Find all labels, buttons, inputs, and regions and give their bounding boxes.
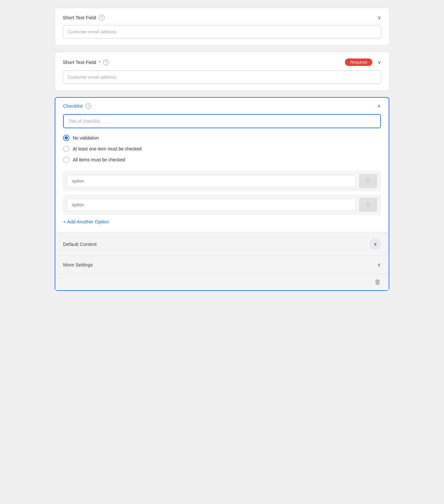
- more-settings-chevron-icon[interactable]: ∨: [377, 262, 381, 268]
- more-settings-label: More Settings: [63, 262, 93, 267]
- radio-circle-all-items: [63, 157, 69, 163]
- card-header-2[interactable]: Short Text Field * ? Required ∨: [63, 59, 381, 66]
- option-drag-1[interactable]: [359, 174, 377, 188]
- checklist-header[interactable]: Checklist ? ∧: [63, 103, 381, 109]
- required-badge: Required: [345, 59, 372, 66]
- validation-radio-group: No validation At least one item must be …: [63, 135, 381, 163]
- checklist-title-input[interactable]: [63, 114, 381, 128]
- more-settings-section[interactable]: More Settings ∨: [55, 256, 389, 274]
- svg-point-6: [367, 203, 368, 204]
- checklist-chevron-icon[interactable]: ∧: [377, 103, 381, 109]
- svg-point-5: [369, 182, 370, 183]
- chevron-icon-1[interactable]: ∨: [377, 14, 381, 21]
- radio-label-at-least-one: At least one item must be checked: [73, 146, 142, 151]
- radio-no-validation[interactable]: No validation: [63, 135, 381, 141]
- card-title-text-2: Short Text Field: [63, 59, 96, 65]
- checklist-title-text: Checklist: [63, 103, 83, 109]
- default-content-section[interactable]: Default Content ∨: [55, 232, 389, 256]
- default-content-label: Default Content: [63, 241, 97, 247]
- add-option-button[interactable]: + Add Another Option: [63, 218, 109, 226]
- chevron-icon-2[interactable]: ∨: [377, 59, 381, 65]
- svg-point-3: [369, 181, 370, 182]
- option-row-2: [63, 194, 381, 215]
- svg-point-9: [369, 204, 370, 205]
- svg-point-2: [367, 181, 368, 182]
- help-icon-2[interactable]: ?: [103, 59, 109, 65]
- default-content-chevron-icon: ∨: [374, 241, 377, 247]
- add-option-label: + Add Another Option: [63, 219, 109, 224]
- radio-circle-no-validation: [63, 135, 69, 141]
- radio-label-no-validation: No validation: [73, 135, 99, 140]
- option-input-1[interactable]: [67, 175, 356, 187]
- card-title-2: Short Text Field * ?: [63, 59, 109, 65]
- svg-point-11: [369, 206, 370, 207]
- svg-point-10: [367, 206, 368, 207]
- card-title-1: Short Text Field ?: [63, 15, 105, 21]
- required-star: *: [99, 60, 100, 65]
- trash-icon[interactable]: 🗑: [375, 278, 381, 286]
- bottom-actions: 🗑: [55, 274, 389, 290]
- help-icon-1[interactable]: ?: [99, 15, 105, 21]
- card-header-1[interactable]: Short Text Field ? ∨: [63, 14, 381, 21]
- options-section: [63, 171, 381, 215]
- card-title-text-1: Short Text Field: [63, 15, 96, 20]
- option-drag-2[interactable]: [359, 198, 377, 212]
- checklist-body: Checklist ? ∧ No validation At least on: [55, 98, 389, 232]
- radio-at-least-one[interactable]: At least one item must be checked: [63, 146, 381, 152]
- radio-circle-at-least-one: [63, 146, 69, 152]
- option-row-1: [63, 171, 381, 191]
- short-text-input-1[interactable]: [63, 25, 381, 39]
- svg-point-1: [369, 179, 370, 180]
- svg-point-0: [367, 179, 368, 180]
- page-container: Short Text Field ? ∨ Short Text Field * …: [55, 8, 389, 496]
- checklist-help-icon[interactable]: ?: [85, 103, 91, 109]
- svg-point-7: [369, 203, 370, 204]
- radio-inner-no-validation: [65, 136, 68, 140]
- radio-all-items[interactable]: All items must be checked: [63, 157, 381, 163]
- short-text-card-1: Short Text Field ? ∨: [55, 8, 389, 45]
- checklist-card: Checklist ? ∧ No validation At least on: [55, 97, 389, 291]
- short-text-card-2: Short Text Field * ? Required ∨: [55, 52, 389, 91]
- radio-label-all-items: All items must be checked: [73, 157, 125, 162]
- option-input-2[interactable]: [67, 199, 356, 211]
- svg-point-8: [367, 204, 368, 205]
- checklist-title: Checklist ?: [63, 103, 91, 109]
- short-text-input-2[interactable]: [63, 70, 381, 84]
- default-content-chevron[interactable]: ∨: [369, 238, 381, 250]
- svg-point-4: [367, 182, 368, 183]
